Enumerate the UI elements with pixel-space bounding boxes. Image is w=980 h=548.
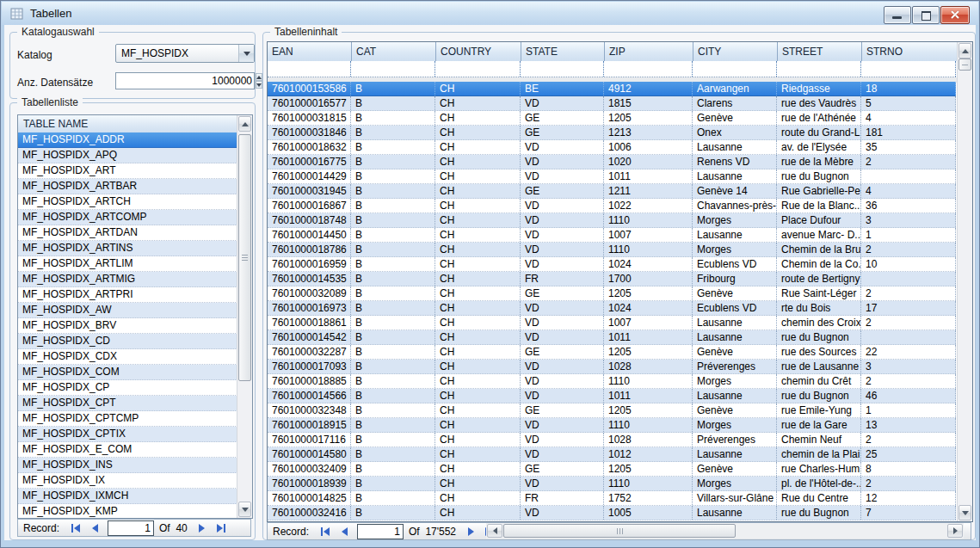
- table-row[interactable]: 7601000032287BCHGE1205Genèverue des Sour…: [268, 345, 956, 360]
- table-cell[interactable]: 1011: [604, 389, 693, 403]
- table-row[interactable]: 7601000032409BCHGE1205Genèverue Charles-…: [268, 462, 956, 477]
- list-item[interactable]: MF_HOSPIDX_CPTCMP: [18, 411, 237, 427]
- table-cell[interactable]: rue du Bugnon: [777, 506, 861, 520]
- table-cell[interactable]: 7601000014535: [268, 272, 351, 286]
- table-row[interactable]: 7601000018861BCHVD1007Lausannechemin des…: [268, 316, 956, 330]
- table-row[interactable]: 7601000031846BCHGE1213Onexroute du Grand…: [268, 126, 956, 140]
- table-cell[interactable]: Rue Saint-Léger: [777, 286, 861, 300]
- table-cell[interactable]: B: [351, 316, 435, 329]
- table-cell[interactable]: VD: [521, 433, 604, 446]
- table-cell[interactable]: 7601000032089: [268, 286, 351, 300]
- table-cell[interactable]: GE: [521, 111, 604, 125]
- table-cell[interactable]: 22: [861, 345, 956, 359]
- table-cell[interactable]: Morges: [693, 243, 777, 256]
- table-row[interactable]: 7601000014566BCHVD1011Lausannerue du Bug…: [268, 389, 956, 403]
- list-vertical-scrollbar[interactable]: [237, 115, 252, 518]
- table-cell[interactable]: VD: [521, 418, 604, 432]
- table-cell[interactable]: 7601000016577: [268, 96, 351, 110]
- table-cell[interactable]: 7601000032287: [268, 345, 351, 359]
- nav-next-button[interactable]: [461, 524, 480, 539]
- table-cell[interactable]: 7601000031815: [268, 111, 351, 125]
- table-cell[interactable]: CH: [435, 272, 521, 286]
- table-row[interactable]: 7601000018748BCHVD1110MorgesPlace Dufour…: [268, 213, 956, 228]
- table-cell[interactable]: Lausanne: [693, 316, 777, 329]
- column-header[interactable]: STREET: [777, 42, 861, 61]
- table-cell[interactable]: CH: [435, 286, 521, 300]
- table-row[interactable]: 7601000016775BCHVD1020Renens VDrue de la…: [268, 155, 956, 169]
- table-row[interactable]: 7601000016973BCHVD1024Ecublens VDrte du …: [268, 301, 956, 316]
- table-cell[interactable]: VD: [521, 477, 604, 490]
- table-cell[interactable]: CH: [435, 140, 521, 154]
- record-number-input[interactable]: [357, 524, 404, 539]
- table-cell[interactable]: Morges: [693, 374, 777, 388]
- table-cell[interactable]: Genève: [693, 462, 777, 476]
- nav-first-button[interactable]: [316, 524, 335, 539]
- table-cell[interactable]: B: [351, 330, 435, 344]
- table-cell[interactable]: Ecublens VD: [693, 257, 777, 271]
- list-item[interactable]: MF_HOSPIDX_CP: [18, 380, 237, 396]
- table-cell[interactable]: VD: [521, 257, 604, 271]
- table-cell[interactable]: 1110: [604, 374, 693, 388]
- table-cell[interactable]: VD: [521, 199, 604, 212]
- table-cell[interactable]: 2: [861, 477, 956, 490]
- table-cell[interactable]: 7601000032348: [268, 403, 351, 417]
- table-cell[interactable]: avenue Marc- D...: [777, 228, 861, 242]
- record-number-input[interactable]: [108, 520, 154, 536]
- table-cell[interactable]: 2: [861, 286, 956, 300]
- table-cell[interactable]: CH: [435, 111, 521, 125]
- table-row[interactable]: 7601000016867BCHVD1022Chavannes-près-...…: [268, 199, 956, 213]
- table-cell[interactable]: 7601000018632: [268, 140, 351, 154]
- column-header[interactable]: CITY: [693, 42, 777, 61]
- table-cell[interactable]: Onex: [693, 126, 777, 139]
- table-cell[interactable]: B: [351, 360, 435, 373]
- table-cell[interactable]: 1024: [604, 257, 693, 271]
- table-cell[interactable]: 1024: [604, 301, 693, 315]
- scrollbar-right-button[interactable]: [947, 524, 963, 538]
- anz-datensaetze-input[interactable]: [116, 73, 255, 89]
- table-cell[interactable]: Genève 14: [693, 184, 777, 198]
- table-cell[interactable]: VD: [521, 330, 604, 344]
- list-item[interactable]: MF_HOSPIDX_IXMCH: [18, 489, 237, 504]
- table-cell[interactable]: 8: [861, 462, 956, 476]
- table-cell[interactable]: 2: [861, 155, 956, 169]
- table-row[interactable]: 7601000032089BCHGE1205GenèveRue Saint-Lé…: [268, 286, 956, 301]
- scrollbar-down-button[interactable]: [958, 505, 971, 520]
- grid-horizontal-scrollbar[interactable]: [486, 523, 964, 539]
- table-cell[interactable]: 1022: [604, 199, 693, 212]
- new-row-cell[interactable]: [861, 61, 956, 77]
- list-item[interactable]: MF_HOSPIDX_COM: [18, 365, 237, 380]
- scrollbar-up-button[interactable]: [958, 43, 971, 58]
- table-row[interactable]: 7601000031945BCHGE1211Genève 14Rue Gabri…: [268, 184, 956, 199]
- table-cell[interactable]: 7601000032416: [268, 506, 351, 520]
- table-cell[interactable]: 7601000016775: [268, 155, 351, 169]
- table-cell[interactable]: VD: [521, 140, 604, 154]
- list-item[interactable]: MF_HOSPIDX_ARTPRI: [18, 287, 237, 303]
- table-cell[interactable]: 18: [861, 82, 956, 95]
- nav-prev-button[interactable]: [335, 524, 354, 539]
- table-cell[interactable]: 1700: [604, 272, 693, 286]
- table-cell[interactable]: CH: [435, 330, 521, 344]
- table-cell[interactable]: 7601000014580: [268, 447, 351, 461]
- list-item[interactable]: MF_HOSPIDX_CDX: [18, 349, 237, 365]
- table-cell[interactable]: B: [351, 286, 435, 300]
- table-cell[interactable]: 7601000018885: [268, 374, 351, 388]
- grid-new-row[interactable]: [268, 61, 958, 77]
- table-row[interactable]: 7601000016959BCHVD1024Ecublens VDChemin …: [268, 257, 956, 272]
- table-cell[interactable]: CH: [435, 360, 521, 373]
- table-cell[interactable]: B: [351, 403, 435, 417]
- table-cell[interactable]: 7601000016867: [268, 199, 351, 212]
- table-cell[interactable]: B: [351, 184, 435, 198]
- table-cell[interactable]: Préverenges: [693, 433, 777, 446]
- column-header[interactable]: COUNTRY: [435, 42, 521, 61]
- close-button[interactable]: [940, 6, 970, 24]
- table-cell[interactable]: rue de l'Athénée: [777, 111, 861, 125]
- table-cell[interactable]: GE: [521, 184, 604, 198]
- table-row[interactable]: 7601000014535BCHFR1700Fribourgroute de B…: [268, 272, 956, 286]
- table-cell[interactable]: av. de l'Elysée: [777, 140, 861, 154]
- table-cell[interactable]: CH: [435, 257, 521, 271]
- table-cell[interactable]: Genève: [693, 345, 777, 359]
- table-cell[interactable]: Genève: [693, 286, 777, 300]
- table-cell[interactable]: CH: [435, 316, 521, 329]
- table-cell[interactable]: 13: [861, 418, 956, 432]
- table-cell[interactable]: BE: [521, 82, 604, 95]
